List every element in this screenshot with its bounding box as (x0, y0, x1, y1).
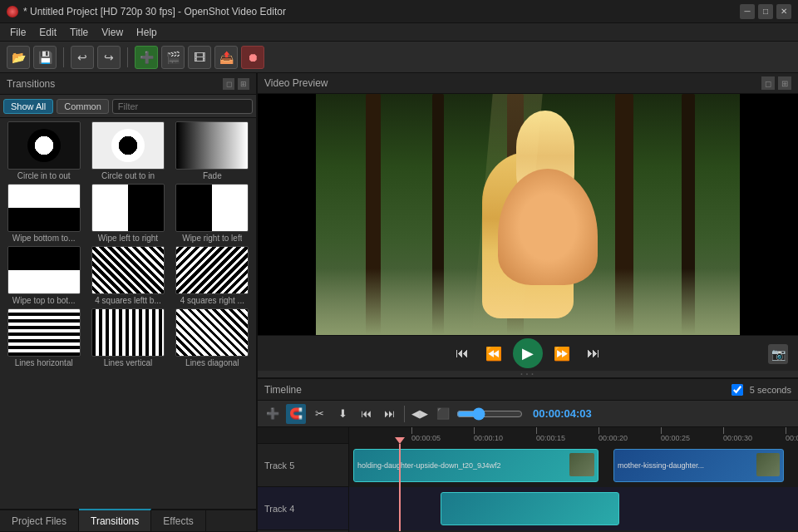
transition-wipe-rtl[interactable]: Wipe right to left (172, 184, 253, 243)
toolbar-redo[interactable]: ↪ (97, 46, 121, 69)
timeline-header: Timeline 5 seconds (258, 379, 798, 401)
timeline-seconds-label: 5 seconds (750, 385, 791, 395)
transition-circle-in[interactable]: Circle in to out (3, 121, 84, 180)
menu-title[interactable]: Title (63, 23, 95, 41)
transition-thumb-lines-h (7, 308, 81, 357)
go-to-start-button[interactable]: ⏮ (450, 341, 475, 366)
clip-track4-1[interactable] (441, 492, 619, 525)
toolbar-import[interactable]: 🎬 (161, 46, 185, 69)
filter-common[interactable]: Common (57, 99, 109, 114)
tab-transitions[interactable]: Transitions (79, 509, 151, 531)
screenshot-button[interactable]: 📷 (768, 344, 788, 364)
toolbar-export[interactable]: 📤 (214, 46, 238, 69)
tl-fullscreen[interactable]: ⬛ (433, 404, 453, 424)
resize-handle[interactable] (258, 371, 798, 377)
video-area (258, 94, 798, 335)
transition-thumb-circle-in (7, 121, 81, 170)
go-to-end-button[interactable]: ⏭ (581, 341, 606, 366)
transition-lines-d[interactable]: Lines diagonal (172, 308, 253, 367)
menu-view[interactable]: View (95, 23, 130, 41)
tl-next-marker[interactable]: ⏭ (379, 404, 399, 424)
bottom-tabs: Project Files Transitions Effects (0, 509, 256, 532)
window-title: * Untitled Project [HD 720p 30 fps] - Op… (23, 6, 286, 17)
transition-fade[interactable]: Fade (172, 121, 253, 180)
rewind-button[interactable]: ⏪ (481, 341, 506, 366)
transition-label-circle-out: Circle out to in (101, 171, 155, 180)
transition-4sq-right[interactable]: 4 squares right ... (172, 246, 253, 305)
transition-label-lines-h: Lines horizontal (15, 358, 73, 367)
transition-label-lines-d: Lines diagonal (185, 358, 239, 367)
timeline-header-right: 5 seconds (732, 384, 791, 396)
toolbar-new[interactable]: 📂 (7, 46, 30, 69)
transitions-expand[interactable]: ⊞ (238, 78, 249, 90)
timeline-title: Timeline (264, 384, 302, 396)
menu-help[interactable]: Help (130, 23, 164, 41)
preview-collapse[interactable]: ◻ (761, 76, 775, 90)
tl-prev-marker[interactable]: ⏮ (356, 404, 376, 424)
transition-label-circle-in: Circle in to out (17, 171, 71, 180)
right-panel: Video Preview ◻ ⊞ (258, 73, 798, 532)
timeline-zoom-slider[interactable] (456, 407, 523, 421)
clip-holding-daughter[interactable]: holding-daughter-upside-down_t20_9J4wf2 (353, 449, 598, 482)
transition-wipe-ttb[interactable]: Wipe top to bot... (3, 246, 84, 305)
title-left: * Untitled Project [HD 720p 30 fps] - Op… (7, 6, 286, 17)
track-label-4: Track 4 (258, 487, 348, 530)
toolbar-record[interactable]: ⏺ (241, 46, 264, 69)
preview-expand[interactable]: ⊞ (778, 76, 791, 90)
fast-forward-button[interactable]: ⏩ (549, 341, 574, 366)
transition-thumb-wipe-ltr (91, 184, 165, 232)
toolbar: 📂 💾 ↩ ↪ ➕ 🎬 🎞 📤 ⏺ (0, 42, 798, 73)
clip-label-kissing: mother-kissing-daughter... (618, 461, 704, 470)
transition-label-wipe-ltr: Wipe left to right (98, 234, 158, 243)
tl-razor[interactable]: ✂ (309, 404, 329, 424)
titlebar: * Untitled Project [HD 720p 30 fps] - Op… (0, 0, 798, 23)
transition-wipe-bottom[interactable]: Wipe bottom to... (3, 184, 84, 243)
track-row-4 (349, 487, 798, 530)
track-4-content (349, 487, 798, 530)
timeline-seconds-checkbox[interactable] (732, 384, 743, 396)
tl-add-track[interactable]: ➕ (263, 404, 283, 424)
filter-show-all[interactable]: Show All (3, 99, 53, 114)
menu-edit[interactable]: Edit (32, 23, 63, 41)
track-area: 00:00:05 00:00:10 00:00:15 00:00:20 (349, 427, 798, 532)
transitions-title: Transitions (7, 78, 55, 90)
transition-label-lines-v: Lines vertical (104, 358, 152, 367)
maximize-button[interactable]: □ (758, 4, 773, 19)
transition-thumb-wipe-rtl (175, 184, 249, 232)
ruler-mark-1: 00:00:05 (411, 427, 441, 442)
ruler-mark-7: 00:00:35 (786, 427, 798, 442)
menu-file[interactable]: File (3, 23, 32, 41)
transition-label-fade: Fade (203, 171, 222, 180)
tl-add-clip[interactable]: ◀▶ (410, 404, 430, 424)
video-scene (316, 94, 740, 335)
transition-thumb-circle-out (91, 121, 165, 170)
transitions-collapse[interactable]: ◻ (223, 78, 234, 90)
tab-effects[interactable]: Effects (151, 510, 205, 531)
tl-sep-1 (404, 406, 405, 422)
transition-circle-out[interactable]: Circle out to in (87, 121, 168, 180)
toolbar-undo[interactable]: ↩ (71, 46, 94, 69)
transition-lines-v[interactable]: Lines vertical (87, 308, 168, 367)
timeline-section: Timeline 5 seconds ➕ 🧲 ✂ ⬇ ⏮ ⏭ ◀▶ ⬛ 00:0… (258, 377, 798, 532)
app-icon (7, 6, 18, 17)
clip-label-holding: holding-daughter-upside-down_t20_9J4wf2 (357, 461, 501, 470)
toolbar-add[interactable]: ➕ (135, 46, 158, 69)
ruler-line (411, 427, 412, 434)
transition-lines-h[interactable]: Lines horizontal (3, 308, 84, 367)
close-button[interactable]: ✕ (776, 4, 791, 19)
minimize-button[interactable]: ─ (740, 4, 755, 19)
toolbar-export-film[interactable]: 🎞 (188, 46, 211, 69)
video-placeholder (316, 94, 740, 335)
filter-input[interactable] (112, 99, 253, 114)
toolbar-save[interactable]: 💾 (33, 46, 57, 69)
tl-snap[interactable]: 🧲 (286, 404, 306, 424)
transition-wipe-ltr[interactable]: Wipe left to right (87, 184, 168, 243)
transitions-header: Transitions ◻ ⊞ (0, 73, 256, 95)
transition-4sq-left[interactable]: 4 squares leftt b... (87, 246, 168, 305)
clip-mother-kissing[interactable]: mother-kissing-daughter... (613, 449, 784, 482)
tab-project-files[interactable]: Project Files (0, 510, 79, 531)
play-button[interactable]: ▶ (513, 338, 543, 368)
ruler-mark-5: 00:00:25 (661, 427, 690, 442)
transitions-header-controls: ◻ ⊞ (223, 78, 249, 90)
tl-marker[interactable]: ⬇ (332, 404, 352, 424)
